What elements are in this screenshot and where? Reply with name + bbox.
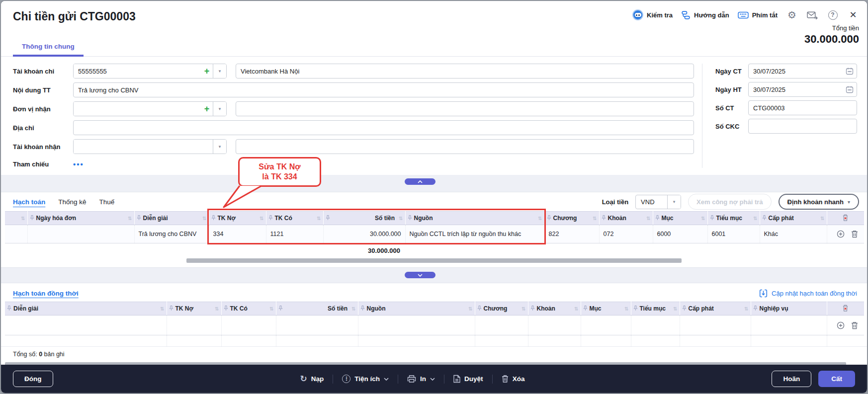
pin-icon[interactable]: [762, 215, 767, 222]
delete-all-icon[interactable]: [842, 304, 849, 314]
pin-icon[interactable]: [211, 215, 216, 222]
settings-button[interactable]: ⚙: [786, 9, 798, 21]
sort-icon[interactable]: ⇅: [215, 306, 219, 312]
sort-icon[interactable]: ⇅: [538, 216, 542, 221]
table-row[interactable]: Trả lương cho CBNV 334 1121 30.000.000 N…: [5, 225, 864, 243]
cell-muc[interactable]: 6000: [653, 225, 707, 243]
kiem-tra-button[interactable]: Kiểm tra: [632, 9, 673, 20]
column-header-so-tien[interactable]: Số tiền⇅: [276, 302, 358, 315]
cell-scrolled[interactable]: [5, 225, 27, 243]
duyet-button[interactable]: Duyệt: [453, 375, 483, 383]
column-header-ngay-hoa-don[interactable]: Ngày hóa đơn⇅: [27, 212, 134, 225]
don-vi-nhan-dropdown[interactable]: ▾: [213, 102, 226, 116]
sort-icon[interactable]: ⇅: [21, 216, 25, 221]
so-ct-input[interactable]: [748, 100, 857, 115]
pin-icon[interactable]: [655, 215, 660, 222]
tab-thong-ke[interactable]: Thống kê: [58, 198, 86, 206]
dia-chi-input[interactable]: [73, 120, 694, 135]
column-header-muc[interactable]: Mục⇅: [653, 212, 707, 225]
sort-icon[interactable]: ⇅: [260, 216, 263, 221]
cell-nghiep-vu[interactable]: [751, 315, 827, 335]
ngay-ht-input[interactable]: [748, 82, 857, 97]
pin-icon[interactable]: [169, 305, 174, 313]
hoan-button[interactable]: Hoãn: [772, 371, 811, 387]
in-button[interactable]: In: [407, 375, 435, 383]
column-header-muc[interactable]: Mục⇅: [581, 302, 631, 315]
column-header-tieu-muc[interactable]: Tiểu mục⇅: [631, 302, 680, 315]
add-unit-icon[interactable]: +: [201, 102, 213, 116]
sort-icon[interactable]: ⇅: [701, 216, 705, 221]
cell-nguon[interactable]: Nguồn CCTL trích lập từ nguồn thu khác: [405, 225, 544, 243]
calendar-icon[interactable]: [846, 67, 854, 77]
send-mail-button[interactable]: [806, 9, 818, 21]
hach-toan-dong-thoi-link[interactable]: Hạch toán đồng thời: [13, 290, 79, 297]
column-header-nguon[interactable]: Nguồn⇅: [405, 212, 544, 225]
tham-chieu-more-icon[interactable]: •••: [73, 160, 84, 168]
pin-icon[interactable]: [602, 215, 606, 222]
cell-so-tien[interactable]: 30.000.000: [323, 225, 405, 243]
delete-row-icon[interactable]: [850, 321, 859, 330]
cell-ngay-hoa-don[interactable]: [27, 225, 134, 243]
column-header-cap-phat[interactable]: Cấp phát⇅: [760, 212, 827, 225]
add-row-icon[interactable]: [836, 230, 845, 238]
sort-icon[interactable]: ⇅: [468, 306, 472, 312]
cell-so-tien[interactable]: [276, 315, 358, 335]
cell-cap-phat[interactable]: Khác: [760, 225, 827, 243]
pin-icon[interactable]: [710, 215, 714, 222]
tai-khoan-chi-name-input[interactable]: [236, 64, 694, 79]
ngay-ct-input[interactable]: [748, 64, 857, 79]
sort-icon[interactable]: ⇅: [673, 306, 677, 312]
cap-nhat-hach-toan-button[interactable]: Cập nhật hạch toán đồng thời: [759, 289, 857, 298]
pin-icon[interactable]: [408, 215, 412, 222]
don-vi-nhan-input[interactable]: [74, 102, 201, 116]
sort-icon[interactable]: ⇅: [269, 306, 273, 312]
tai-khoan-chi-input[interactable]: [74, 64, 201, 78]
tab-hach-toan[interactable]: Hạch toán: [13, 198, 45, 206]
add-row-icon[interactable]: [836, 321, 845, 330]
sort-icon[interactable]: ⇅: [574, 306, 578, 312]
tien-ich-button[interactable]: ⋮ Tiện ích: [342, 375, 389, 383]
column-header-khoan[interactable]: Khoản⇅: [528, 302, 581, 315]
delete-all-icon[interactable]: [842, 214, 849, 223]
cell-nguon[interactable]: [358, 315, 475, 335]
so-ckc-input[interactable]: [748, 119, 857, 134]
column-header-scrolled[interactable]: ⇅: [5, 212, 27, 225]
sort-icon[interactable]: ⇅: [624, 306, 628, 312]
close-button[interactable]: ✕: [847, 9, 859, 21]
tai-khoan-chi-dropdown[interactable]: ▾: [213, 64, 226, 78]
cell-tk-co[interactable]: [221, 315, 276, 335]
sort-icon[interactable]: ⇅: [351, 306, 355, 312]
tai-khoan-nhan-dropdown[interactable]: ▾: [213, 140, 226, 154]
column-header-chuong[interactable]: Chương⇅: [475, 302, 528, 315]
sort-icon[interactable]: ⇅: [160, 306, 164, 312]
column-header-khoan[interactable]: Khoản⇅: [599, 212, 653, 225]
sort-icon[interactable]: ⇅: [317, 216, 321, 221]
pin-icon[interactable]: [326, 215, 330, 222]
pin-icon[interactable]: [547, 215, 551, 222]
add-account-icon[interactable]: +: [201, 64, 213, 78]
sort-icon[interactable]: ⇅: [744, 306, 748, 312]
cell-tieu-muc[interactable]: 6001: [707, 225, 760, 243]
cat-button[interactable]: Cất: [818, 371, 855, 387]
dinh-khoan-nhanh-button[interactable]: Định khoản nhanh ▾: [779, 194, 859, 210]
column-header-nguon[interactable]: Nguồn⇅: [358, 302, 475, 315]
currency-dropdown[interactable]: ▾: [667, 195, 681, 209]
cell-tk-no[interactable]: [167, 315, 221, 335]
cell-dien-giai[interactable]: Trả lương cho CBNV: [134, 225, 209, 243]
column-header-chuong[interactable]: Chương⇅: [544, 212, 599, 225]
cell-tk-no[interactable]: 334: [209, 225, 266, 243]
cell-muc[interactable]: [581, 315, 631, 335]
cell-cap-phat[interactable]: [680, 315, 751, 335]
pin-icon[interactable]: [633, 305, 638, 313]
column-header-tieu-muc[interactable]: Tiểu mục⇅: [707, 212, 760, 225]
cell-khoan[interactable]: [528, 315, 581, 335]
dong-button[interactable]: Đóng: [13, 371, 53, 387]
pin-icon[interactable]: [224, 305, 228, 313]
column-header-tk-co[interactable]: TK Có⇅: [266, 212, 323, 225]
tab-thue[interactable]: Thuế: [99, 198, 115, 206]
tai-khoan-nhan-name-input[interactable]: [236, 139, 694, 154]
pin-icon[interactable]: [137, 215, 141, 222]
don-vi-nhan-name-input[interactable]: [236, 101, 694, 116]
sort-icon[interactable]: ⇅: [646, 216, 650, 221]
currency-select[interactable]: VND ▾: [635, 195, 681, 209]
